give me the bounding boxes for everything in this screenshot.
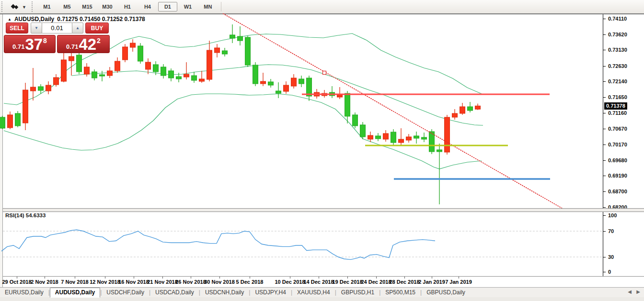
price-axis-label: 0.68700 bbox=[608, 189, 627, 194]
price-axis-label: 0.73620 bbox=[608, 32, 627, 37]
date-axis-label: 2 Jan 2019 bbox=[418, 279, 445, 285]
chart-tab-gbpusd-h1[interactable]: GBPUSD,H1 bbox=[336, 288, 379, 297]
date-axis-label: 12 Nov 2018 bbox=[90, 279, 120, 285]
date-axis-tick bbox=[347, 277, 348, 279]
candle-body bbox=[38, 87, 44, 90]
price-axis-tick bbox=[603, 97, 606, 98]
rsi-indicator-canvas[interactable] bbox=[0, 211, 603, 276]
timeframe-button-m30[interactable]: M30 bbox=[98, 2, 117, 11]
chart-tab-usdcnh-daily[interactable]: USDCNH,Daily bbox=[200, 288, 249, 297]
toolbar-drag-handle[interactable] bbox=[1, 1, 4, 12]
lot-decrease-button[interactable]: ▼ bbox=[31, 22, 42, 33]
candle-body bbox=[253, 65, 258, 84]
price-axis-label: 0.70670 bbox=[608, 126, 627, 132]
candle-body bbox=[138, 46, 143, 61]
chart-tab-gbpusd-daily[interactable]: GBPUSD,Daily bbox=[422, 288, 470, 297]
candle-body bbox=[184, 74, 189, 77]
timeframe-button-mn[interactable]: MN bbox=[198, 2, 218, 11]
price-axis[interactable]: 0.741100.736200.731300.726300.721400.716… bbox=[603, 14, 644, 287]
candle-body bbox=[84, 67, 90, 74]
date-axis-tick bbox=[75, 277, 75, 279]
rsi-axis-tick bbox=[603, 231, 606, 232]
candle-body bbox=[291, 78, 297, 86]
collapse-arrow-icon[interactable]: ▲ bbox=[8, 17, 12, 22]
tabs-scroll-right-icon[interactable]: ▶ bbox=[636, 289, 640, 294]
price-axis-label: 0.72140 bbox=[608, 78, 627, 84]
chart-tab-eurusd-daily[interactable]: EURUSD,Daily bbox=[0, 288, 48, 297]
date-axis-tick bbox=[432, 277, 432, 279]
sell-price-button[interactable]: 0.71 37 8 bbox=[4, 35, 56, 53]
candle-body bbox=[337, 95, 343, 97]
toolbar-drag-handle[interactable] bbox=[32, 1, 34, 12]
date-axis-tick bbox=[105, 277, 105, 279]
candle-body bbox=[192, 76, 197, 80]
date-axis-tick bbox=[459, 277, 459, 279]
date-axis-label: 14 Dec 2018 bbox=[304, 279, 334, 285]
date-axis-label: 29 Oct 2018 bbox=[2, 279, 31, 285]
rsi-axis-label: 30 bbox=[608, 254, 614, 260]
price-axis-tick bbox=[603, 176, 606, 176]
chart-tools-icon[interactable] bbox=[10, 3, 20, 11]
candle-body bbox=[468, 107, 473, 111]
chart-tab-xauusd-h4[interactable]: XAUUSD,H4 bbox=[292, 288, 335, 297]
lot-increase-button[interactable]: ▲ bbox=[72, 22, 83, 33]
sell-button[interactable]: SELL bbox=[6, 22, 28, 33]
date-axis-tick bbox=[219, 277, 220, 279]
chart-ohlc-values: 0.71275 0.71450 0.71252 0.71378 bbox=[57, 16, 145, 22]
candle-body bbox=[130, 43, 136, 47]
candle-body bbox=[452, 113, 458, 117]
lot-size-input[interactable]: 0.01 bbox=[42, 22, 72, 33]
rsi-indicator-label: RSI(14) 54.6333 bbox=[5, 212, 46, 218]
rsi-axis-label: 70 bbox=[608, 228, 614, 234]
timeframe-button-w1[interactable]: W1 bbox=[178, 2, 197, 11]
candle-body bbox=[153, 65, 159, 72]
price-axis-label: 0.70170 bbox=[608, 142, 627, 147]
candle-body bbox=[368, 135, 373, 139]
date-axis-tick bbox=[319, 277, 319, 279]
date-axis-label: 19 Dec 2018 bbox=[333, 279, 363, 285]
timeframe-button-h1[interactable]: H1 bbox=[118, 2, 137, 11]
rsi-line bbox=[1, 230, 435, 259]
chart-tab-bar: ◀ ▶ EURUSD,Daily|AUDUSD,Daily|USDCHF,Dai… bbox=[0, 287, 644, 297]
chart-tab-usdchf-daily[interactable]: USDCHF,Daily bbox=[102, 288, 149, 297]
one-click-trading-panel: SELL ▼ 0.01 ▲ BUY 0.71 37 8 0.71 42 2 bbox=[4, 22, 110, 53]
pane-splitter[interactable] bbox=[3, 208, 644, 212]
chart-tab-audusd-daily[interactable]: AUDUSD,Daily bbox=[50, 288, 100, 298]
candle-body bbox=[422, 137, 427, 139]
tabs-scroll-left-icon[interactable]: ◀ bbox=[628, 289, 632, 294]
timeframe-button-h4[interactable]: H4 bbox=[138, 2, 157, 11]
candle-body bbox=[276, 91, 281, 93]
candle-body bbox=[307, 78, 312, 96]
candle-body bbox=[115, 61, 120, 71]
timeframe-button-d1[interactable]: D1 bbox=[158, 2, 177, 11]
candle-body bbox=[360, 125, 366, 137]
date-axis-label: 7 Nov 2018 bbox=[61, 279, 88, 285]
timeframe-toolbar: M1M5M15M30H1H4D1W1MN bbox=[37, 0, 218, 13]
date-axis-tick bbox=[250, 277, 250, 279]
candle-body bbox=[169, 71, 174, 78]
chart-tab-sp500-m15[interactable]: SP500,M15 bbox=[380, 288, 420, 297]
candle-body bbox=[199, 79, 205, 81]
buy-price-button[interactable]: 0.71 42 2 bbox=[57, 35, 110, 53]
chevron-down-icon[interactable]: ▼ bbox=[22, 5, 26, 10]
chart-tab-usdjpy-h4[interactable]: USDJPY,H4 bbox=[250, 288, 290, 297]
buy-button[interactable]: BUY bbox=[85, 22, 109, 33]
price-axis-tick bbox=[603, 50, 606, 50]
candle-body bbox=[376, 136, 381, 139]
price-axis-tick bbox=[603, 66, 606, 67]
timeframe-button-m5[interactable]: M5 bbox=[58, 2, 77, 11]
trendline-anchor-marker[interactable] bbox=[323, 71, 326, 75]
date-axis[interactable]: 29 Oct 20182 Nov 20187 Nov 201812 Nov 20… bbox=[3, 276, 644, 288]
candle-body bbox=[437, 150, 442, 152]
date-axis-tick bbox=[191, 277, 191, 279]
price-axis-label: 0.71650 bbox=[608, 94, 627, 100]
chart-tab-usdcad-daily[interactable]: USDCAD,Daily bbox=[150, 288, 199, 297]
candle-body bbox=[15, 113, 21, 126]
date-axis-tick bbox=[45, 277, 45, 279]
buy-price-main: 42 bbox=[79, 36, 96, 52]
date-axis-tick bbox=[376, 277, 377, 279]
candle-body bbox=[475, 106, 481, 109]
current-price-tag: 0.71378 bbox=[604, 102, 627, 110]
timeframe-button-m1[interactable]: M1 bbox=[37, 2, 57, 11]
timeframe-button-m15[interactable]: M15 bbox=[78, 2, 97, 11]
